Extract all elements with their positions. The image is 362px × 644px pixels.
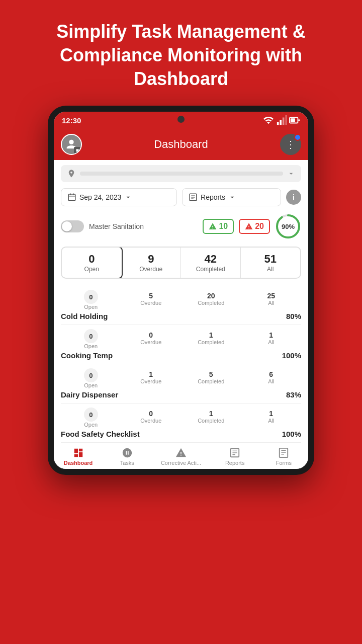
date-value: Sep 24, 2023 <box>79 193 121 201</box>
category-row-2[interactable]: 0 Open 1 Overdue 5 Completed 6 All Dairy… <box>61 364 301 404</box>
stat-open[interactable]: 0 Open <box>61 247 123 279</box>
svg-rect-8 <box>68 194 75 201</box>
categories-list: 0 Open 5 Overdue 20 Completed 25 All Col… <box>61 286 301 443</box>
cat-completed-label-2: Completed <box>181 378 241 384</box>
cat-open-0: 0 <box>84 290 98 304</box>
status-time: 12:30 <box>62 116 81 125</box>
category-row-1[interactable]: 0 Open 0 Overdue 1 Completed 1 All Cooki… <box>61 325 301 364</box>
nav-reports-label: Reports <box>225 460 245 466</box>
category-pct-2: 83% <box>286 390 301 399</box>
progress-circle: 90% <box>275 213 301 239</box>
report-picker[interactable]: Reports <box>182 188 281 206</box>
stat-overdue[interactable]: 9 Overdue <box>122 248 182 278</box>
phone-shell: 12:30 <box>48 106 314 475</box>
corrective-icon <box>175 447 187 458</box>
stat-completed-num: 42 <box>183 253 238 266</box>
svg-rect-3 <box>285 115 287 125</box>
category-row-3[interactable]: 0 Open 0 Overdue 1 Completed 1 All Food … <box>61 404 301 443</box>
dashboard-icon <box>73 447 84 458</box>
date-picker[interactable]: Sep 24, 2023 <box>61 188 177 206</box>
category-row-0[interactable]: 0 Open 5 Overdue 20 Completed 25 All Col… <box>61 286 301 325</box>
cat-all-0: 25 <box>241 290 302 300</box>
cat-all-label-3: All <box>241 418 302 424</box>
cat-all-label-0: All <box>241 300 302 306</box>
toggle-knob <box>62 221 72 231</box>
location-bar[interactable] <box>61 165 301 182</box>
notification-dot <box>294 134 301 141</box>
status-bar: 12:30 <box>54 112 308 129</box>
cat-overdue-3: 0 <box>121 408 182 418</box>
category-name-1: Cooking Temp <box>61 351 113 360</box>
battery-icon <box>289 115 300 126</box>
wifi-icon <box>263 115 274 126</box>
cat-open-2: 0 <box>84 368 98 382</box>
report-icon <box>189 193 198 202</box>
master-sanitation-toggle[interactable] <box>61 220 84 232</box>
svg-rect-5 <box>291 119 295 122</box>
svg-rect-1 <box>280 120 282 125</box>
cat-open-label-2: Open <box>61 382 121 388</box>
svg-point-7 <box>69 140 73 144</box>
cat-completed-1: 1 <box>181 329 241 339</box>
reports-nav-icon <box>229 447 240 458</box>
camera-notch <box>177 116 185 123</box>
date-dropdown-icon <box>124 193 132 201</box>
menu-icon: ⋮ <box>286 139 296 149</box>
avatar[interactable] <box>61 134 82 155</box>
stat-all[interactable]: 51 All <box>241 248 301 278</box>
sanitation-row: Master Sanitation 10 20 <box>61 213 301 239</box>
nav-corrective-label: Corrective Acti... <box>161 460 201 466</box>
cat-open-1: 0 <box>84 329 98 343</box>
cat-all-label-1: All <box>241 339 302 345</box>
location-input-bar <box>80 172 283 176</box>
cat-all-2: 6 <box>241 368 302 378</box>
cat-all-3: 1 <box>241 408 302 418</box>
dropdown-icon <box>287 170 295 178</box>
app-bar: Dashboard ⋮ <box>54 129 308 160</box>
alert-badge-green[interactable]: 10 <box>203 219 234 234</box>
stat-all-num: 51 <box>243 253 299 266</box>
stat-completed[interactable]: 42 Completed <box>181 248 241 278</box>
category-name-2: Dairy Dispenser <box>61 390 118 399</box>
cat-completed-label-3: Completed <box>181 418 241 424</box>
calendar-icon <box>67 193 76 202</box>
content-area: Sep 24, 2023 Reports <box>54 160 308 443</box>
svg-rect-22 <box>280 448 288 457</box>
nav-dashboard-label: Dashboard <box>64 460 93 466</box>
nav-tasks-label: Tasks <box>120 460 134 466</box>
stat-overdue-label: Overdue <box>124 266 179 273</box>
cat-overdue-label-1: Overdue <box>121 339 182 345</box>
cat-all-1: 1 <box>241 329 302 339</box>
category-pct-3: 100% <box>282 430 301 438</box>
nav-reports[interactable]: Reports <box>220 447 250 466</box>
menu-button[interactable]: ⋮ <box>280 134 301 155</box>
tasks-icon <box>122 447 133 458</box>
stat-overdue-num: 9 <box>124 253 179 266</box>
cat-completed-label-0: Completed <box>181 300 241 306</box>
filter-row: Sep 24, 2023 Reports <box>61 188 301 206</box>
nav-corrective[interactable]: Corrective Acti... <box>161 447 201 466</box>
phone-screen: 12:30 <box>54 112 308 469</box>
svg-rect-6 <box>298 120 300 122</box>
alert-badge-red[interactable]: 20 <box>239 219 270 234</box>
cat-overdue-0: 5 <box>121 290 182 300</box>
nav-forms[interactable]: Forms <box>268 447 299 466</box>
cat-open-label-0: Open <box>61 304 121 310</box>
nav-dashboard[interactable]: Dashboard <box>63 447 94 466</box>
status-icons <box>263 115 300 126</box>
stat-completed-label: Completed <box>183 266 238 273</box>
info-button[interactable]: i <box>286 190 301 205</box>
cat-overdue-1: 0 <box>121 329 182 339</box>
cat-overdue-label-0: Overdue <box>121 300 182 306</box>
category-name-3: Food Safety Checklist <box>61 430 140 438</box>
location-icon <box>67 169 76 178</box>
cat-completed-3: 1 <box>181 408 241 418</box>
warning-red-icon <box>245 222 253 230</box>
cat-completed-0: 20 <box>181 290 241 300</box>
nav-tasks[interactable]: Tasks <box>112 447 142 466</box>
sanitation-label: Master Sanitation <box>89 222 198 230</box>
app-bar-title: Dashboard <box>154 138 208 151</box>
stat-open-num: 0 <box>64 253 120 266</box>
alert1-value: 10 <box>219 222 228 231</box>
stat-open-label: Open <box>64 266 120 273</box>
